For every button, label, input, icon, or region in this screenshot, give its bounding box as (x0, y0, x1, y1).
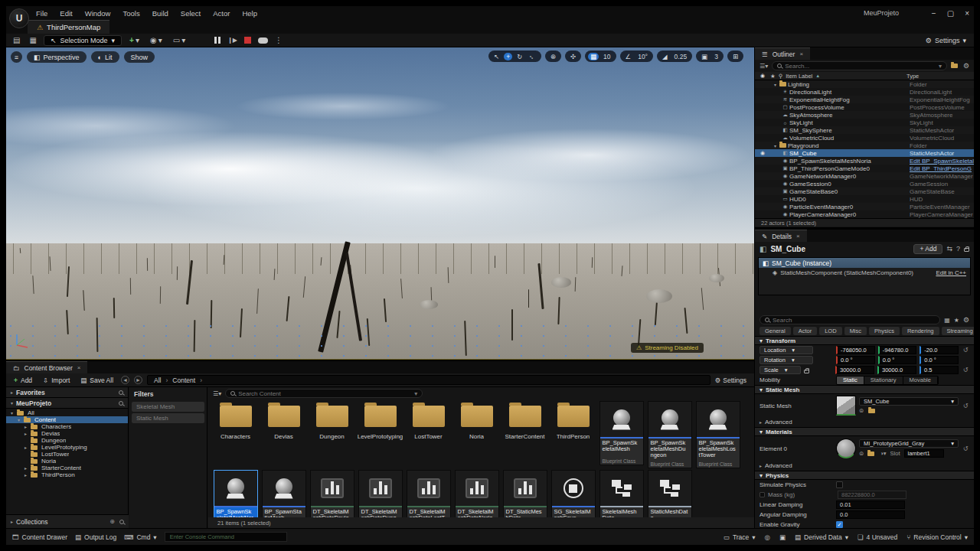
asset-card-bp_spawnskeletalmeshnoria[interactable]: BP_SpawnSkeletalMeshNoriaBlueprint Class (214, 470, 258, 517)
edit-blueprint-link[interactable]: Edit BP_ThirdPersonG (910, 165, 974, 172)
asset-card-bp_spawnskeletalmeshlosttower[interactable]: BP_SpawnSkeletalMeshLostTowerBlueprint C… (696, 401, 740, 468)
simulate-physics-checkbox[interactable] (836, 481, 843, 488)
outliner-row-playercameramanager0[interactable]: ◉PlayerCameraManager0PlayerCameraManager (755, 210, 974, 218)
rotation-x-field[interactable]: 0.0 ° (836, 356, 875, 364)
tree-item-content[interactable]: ▾Content (6, 416, 128, 423)
details-tab-streaming[interactable]: Streaming (942, 327, 975, 335)
import-button[interactable]: ⇩Import (40, 377, 73, 384)
angular-damping-field[interactable]: 0.0 (836, 510, 905, 519)
reset-static-mesh-icon[interactable]: ↺ (962, 403, 969, 409)
menu-help[interactable]: Help (237, 8, 263, 19)
viewport-menu-icon[interactable]: ≡ (11, 51, 22, 63)
filter-funnel-icon[interactable]: ☰▾ (213, 390, 221, 397)
outliner-row-lighting[interactable]: ▾LightingFolder (755, 80, 974, 88)
outliner-row-hud0[interactable]: ▭HUD0HUD (755, 195, 974, 203)
location-dropdown[interactable]: Location▾ (760, 346, 813, 354)
eject-possess-icon[interactable] (258, 37, 268, 44)
asset-card-bp_spawnskeletalmeshdungeon[interactable]: BP_SpawnSkeletalMeshDungeonBlueprint Cla… (648, 401, 692, 468)
attach-column-icon[interactable]: ⚲ (779, 73, 783, 80)
add-collection-icon[interactable]: ⊕ (109, 518, 115, 525)
camera-speed-icon[interactable]: ▣ (699, 53, 710, 60)
use-selected-icon[interactable]: ⊜ (859, 407, 864, 414)
section-physics[interactable]: ▾Physics (755, 471, 974, 480)
visibility-column-icon[interactable]: ◉ (758, 73, 767, 79)
location-y-field[interactable]: -946780.0 (878, 346, 917, 354)
menu-build[interactable]: Build (147, 8, 174, 19)
outliner-row-particleeventmanager0[interactable]: ◉ParticleEventManager0ParticleEventManag… (755, 203, 974, 210)
details-tab-physics[interactable]: Physics (869, 327, 900, 335)
expand-arrow-icon[interactable]: ▸ (23, 445, 28, 450)
select-tool-icon[interactable]: ↖ (492, 53, 501, 60)
reset-location-icon[interactable]: ↺ (962, 347, 969, 354)
asset-card-staticmeshdata[interactable]: StaticMeshDataStructure (648, 470, 692, 517)
asset-item[interactable]: DT_SkeletalMeshDataLostTowerData Table (404, 470, 452, 517)
close-icon[interactable]: × (77, 364, 81, 371)
edit-blueprint-link[interactable]: Edit BP_SpawnSkeletal (910, 158, 974, 165)
static-mesh-dropdown[interactable]: SM_Cube▾ (859, 397, 959, 406)
outliner-settings-icon[interactable]: ⚙ (963, 62, 969, 70)
asset-folder-thirdperson[interactable]: ThirdPerson (549, 401, 597, 440)
tab-outliner[interactable]: ☰ Outliner × (755, 47, 810, 60)
minimize-button[interactable]: − (932, 9, 936, 18)
editor-mode-select[interactable]: ↖ Selection Mode ▾ (44, 35, 122, 46)
console-command-input[interactable]: Enter Console Command (165, 532, 287, 542)
breadcrumb[interactable]: All› Content› (147, 375, 710, 385)
surface-snap-icon[interactable]: ✣ (568, 53, 578, 60)
close-button[interactable]: × (965, 9, 969, 18)
outliner-row-directionallight[interactable]: ☀DirectionalLightDirectionalLight (755, 88, 974, 96)
asset-folder-noria[interactable]: Noria (452, 401, 501, 440)
asset-card-bp_spawnstaticmesh[interactable]: BP_SpawnStaticMeshBlueprint Class (262, 470, 306, 517)
add-asset-button[interactable]: +Add (11, 377, 35, 384)
content-drawer-button[interactable]: 🗔Content Drawer (12, 533, 67, 541)
rotation-dropdown[interactable]: Rotation▾ (760, 356, 813, 364)
rotation-snap-value[interactable]: 10° (635, 53, 650, 60)
asset-item[interactable]: DT_StaticMeshDataData Table (501, 470, 549, 517)
blueprint-convert-icon[interactable]: ⇆ (946, 245, 952, 253)
mobility-stationary[interactable]: Stationary (864, 377, 903, 384)
editor-settings-button[interactable]: ⚙ Settings ▾ (926, 37, 966, 44)
content-browser-settings-button[interactable]: ⚙ Settings (715, 377, 750, 384)
details-tab-actor[interactable]: Actor (793, 327, 818, 335)
outliner-row-exponentialheightfog[interactable]: ≋ExponentialHeightFogExponentialHeightFo… (755, 96, 974, 103)
perspective-dropdown[interactable]: ◧ Perspective (27, 51, 87, 63)
derived-data-dropdown[interactable]: ▤Derived Data▾ (795, 533, 848, 541)
details-tab-general[interactable]: General (760, 327, 791, 335)
outliner-row-bp_thirdpersongamemode0[interactable]: ▣BP_ThirdPersonGameMode0Edit BP_ThirdPer… (755, 165, 974, 172)
outliner-row-gamestatebase0[interactable]: ▣GameStateBase0GameStateBase (755, 187, 974, 195)
section-static-mesh[interactable]: ▾Static Mesh (755, 385, 974, 394)
asset-card-dt_skeletalmeshdatanoria[interactable]: DT_SkeletalMeshDataNoriaData Table (455, 470, 499, 517)
tree-item-noria[interactable]: Noria (6, 458, 128, 465)
material-options-icon[interactable]: ◑▾ (880, 450, 886, 457)
static-mesh-thumbnail[interactable] (836, 396, 856, 416)
section-materials[interactable]: ▾Materials (755, 427, 974, 436)
asset-card-dt_skeletalmeshdatadevias[interactable]: DT_SkeletalMeshDataDeviasData Table (310, 470, 354, 517)
details-tab-misc[interactable]: Misc (844, 327, 867, 335)
use-selected-icon[interactable]: ⊜ (859, 450, 864, 457)
asset-item[interactable]: DT_SkeletalMeshDataNoriaData Table (452, 470, 501, 517)
screenshot-icon[interactable]: ▣ (779, 533, 786, 541)
menu-tools[interactable]: Tools (117, 8, 145, 19)
menu-actor[interactable]: Actor (207, 8, 235, 19)
output-log-button[interactable]: ▤Output Log (75, 533, 116, 541)
edit-in-cpp-link[interactable]: Edit in C++ (936, 269, 966, 276)
filter-skeletal-mesh[interactable]: Skeletal Mesh (132, 402, 204, 412)
move-tool-icon[interactable]: + (504, 53, 512, 60)
outliner-row-postprocessvolume[interactable]: ▢PostProcessVolumePostProcessVolume (755, 103, 974, 111)
maximize-viewport-icon[interactable]: ⊞ (730, 53, 740, 60)
search-content-input[interactable]: Search Content ▾ (225, 389, 423, 398)
asset-item[interactable]: DT_SkeletalMeshDataDungeonData Table (356, 470, 404, 517)
slot-name-field[interactable]: lambert1 (904, 449, 944, 458)
location-x-field[interactable]: -768050.0 (836, 346, 875, 354)
world-space-icon[interactable]: ⊕ (548, 53, 558, 60)
tab-content-browser[interactable]: 🗀 Content Browser × (6, 361, 87, 373)
asset-folder-startercontent[interactable]: StarterContent (501, 401, 549, 440)
outliner-row-gamesession0[interactable]: ◉GameSession0GameSession (755, 180, 974, 187)
scale-x-field[interactable]: 30000.0 (835, 366, 874, 374)
visibility-eye-icon[interactable]: ◉ (758, 150, 767, 156)
outliner-row-volumetriccloud[interactable]: ☁VolumetricCloudVolumetricCloud (755, 134, 974, 142)
asset-card-bp_spawnskeletalmesh[interactable]: BP_SpawnSkeletalMeshBlueprint Class (599, 401, 644, 465)
asset-folder-characters[interactable]: Characters (211, 401, 260, 440)
menu-edit[interactable]: Edit (54, 8, 77, 19)
expand-arrow-icon[interactable]: ▸ (23, 431, 28, 436)
help-icon[interactable]: ? (956, 245, 960, 253)
